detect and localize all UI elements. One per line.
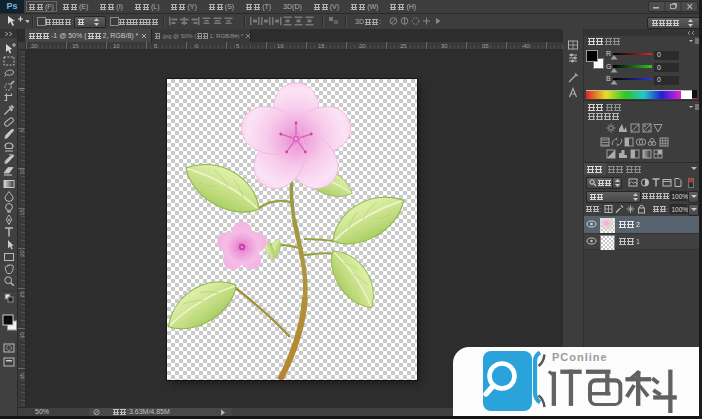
svg-text:PConline: PConline (552, 351, 608, 363)
